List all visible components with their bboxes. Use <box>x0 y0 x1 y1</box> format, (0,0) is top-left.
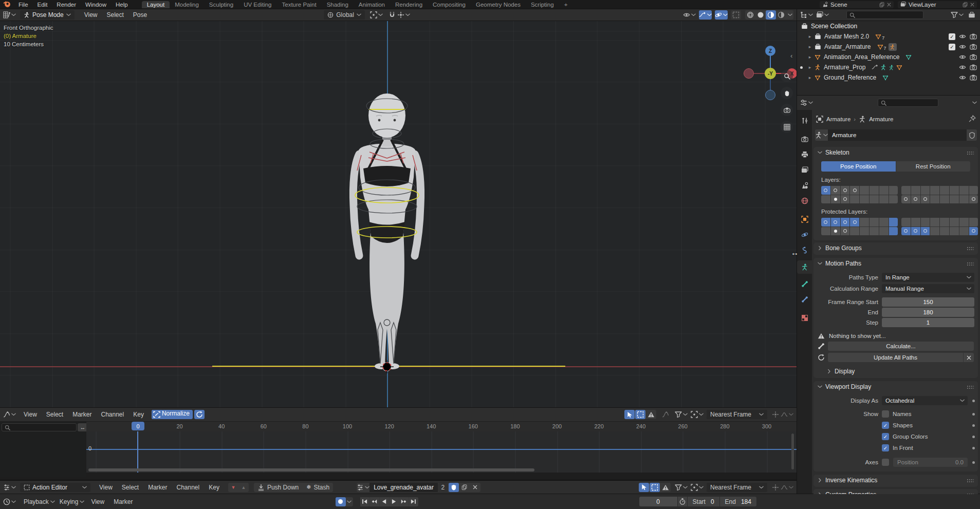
datablock-name-field[interactable]: Armature <box>828 129 967 141</box>
v-scrollbar[interactable] <box>791 433 794 469</box>
snap-dropdown[interactable]: Nearest Frame <box>707 410 767 419</box>
gizmo-yneg-ball[interactable]: -Y <box>765 68 776 79</box>
bone-layer-cell[interactable] <box>860 227 869 236</box>
bone-layer-cell[interactable] <box>821 195 830 204</box>
eye-icon[interactable] <box>959 64 966 71</box>
auto-keying-toggle[interactable] <box>336 497 346 506</box>
bone-layer-cell[interactable] <box>940 195 949 204</box>
only-selected-toggle[interactable] <box>624 410 635 419</box>
animate-dot[interactable] <box>972 461 975 464</box>
bone-layer-cell[interactable] <box>841 186 850 195</box>
bone-layer-cell[interactable] <box>930 195 939 204</box>
zoom-tool-button[interactable] <box>781 70 793 82</box>
bone-layer-cell[interactable] <box>889 227 898 236</box>
group-colors-checkbox[interactable]: ✓ <box>882 433 889 440</box>
paths-type-dropdown[interactable]: In Range <box>882 273 974 282</box>
animate-dot[interactable] <box>972 400 975 402</box>
menu-key[interactable]: Key <box>204 484 224 491</box>
bone-layer-cell[interactable] <box>831 186 840 195</box>
bone-layer-cell[interactable] <box>901 186 911 195</box>
transform-orientation-dropdown[interactable]: Global <box>324 10 365 20</box>
gizmos-toggle[interactable] <box>699 10 712 20</box>
only-selected-toggle[interactable] <box>639 483 649 492</box>
bone-layer-cell[interactable] <box>950 218 959 227</box>
bone-layer-cell[interactable] <box>841 227 850 236</box>
workspace-tab-geometry-nodes[interactable]: Geometry Nodes <box>471 1 526 8</box>
workspace-tab-animation[interactable]: Animation <box>354 1 390 8</box>
rest-position-button[interactable]: Rest Position <box>896 161 971 172</box>
outliner-row-avatar-mesh[interactable]: ▸ Avatar Mesh 2.0 7 ✓ <box>797 31 980 42</box>
expand-icon[interactable]: ▸ <box>807 44 812 49</box>
proportional-editing-toggle[interactable] <box>770 483 781 492</box>
show-hidden-toggle[interactable] <box>635 410 645 419</box>
axes-position-field[interactable]: Position 0.0 <box>893 458 968 467</box>
ghost-curves-button[interactable] <box>660 410 671 419</box>
bone-layer-cell[interactable] <box>950 186 959 195</box>
filter-dropdown[interactable] <box>675 410 688 419</box>
update-all-paths-button[interactable]: Update All Paths <box>828 353 963 362</box>
menu-select[interactable]: Select <box>42 411 68 418</box>
shapes-checkbox[interactable]: ✓ <box>882 422 889 429</box>
add-workspace-button[interactable]: + <box>559 1 573 8</box>
menu-select[interactable]: Select <box>117 484 143 491</box>
close-icon[interactable] <box>970 3 974 7</box>
sidebar-collapse-arrow[interactable]: ‹ <box>790 52 792 60</box>
falloff-dropdown[interactable] <box>781 483 793 492</box>
camera-visibility-icon[interactable] <box>970 53 977 61</box>
editor-type-button[interactable] <box>3 10 16 20</box>
axes-checkbox[interactable] <box>882 459 889 466</box>
action-icon-dropdown[interactable] <box>357 483 369 492</box>
workspace-tab-scripting[interactable]: Scripting <box>526 1 559 8</box>
tab-constraints[interactable] <box>797 243 812 257</box>
auto-keying-dropdown[interactable] <box>346 497 353 506</box>
panel-drag-dots[interactable] <box>967 479 974 482</box>
bone-layer-cell[interactable] <box>940 227 949 236</box>
play-button[interactable] <box>390 497 399 506</box>
tab-bone[interactable] <box>797 277 812 291</box>
menu-view[interactable]: View <box>80 11 102 18</box>
auto-normalize-refresh-button[interactable] <box>194 410 205 419</box>
filter-dropdown[interactable] <box>675 483 688 492</box>
outliner-row-avatar-armature[interactable]: ▸ Avatar_Armature 7 ✓ <box>797 42 980 52</box>
tab-object-data[interactable] <box>797 260 812 274</box>
pivot-dropdown[interactable] <box>691 410 704 419</box>
bone-layer-cell[interactable] <box>940 218 949 227</box>
only-errors-toggle[interactable] <box>646 410 656 419</box>
bone-layer-cell[interactable] <box>969 227 978 236</box>
bone-layer-cell[interactable] <box>921 186 930 195</box>
menu-marker[interactable]: Marker <box>143 484 172 491</box>
outliner-filter-id-dropdown[interactable] <box>816 10 829 20</box>
bone-layer-cell[interactable] <box>870 227 879 236</box>
panel-header-viewport-display[interactable]: Viewport Display <box>813 381 978 392</box>
outliner-row-ground-reference[interactable]: ▸ Ground_Reference <box>797 72 980 83</box>
graph-canvas[interactable]: 0 <box>86 431 797 473</box>
bone-layer-cell[interactable] <box>850 227 859 236</box>
eye-icon[interactable] <box>959 74 966 81</box>
exclude-checkbox[interactable]: ✓ <box>949 44 955 50</box>
breadcrumb-object[interactable]: Armature <box>826 116 850 122</box>
action-name-field[interactable]: Love_grenade_avatar <box>369 483 438 492</box>
normalize-icon-button[interactable] <box>152 410 162 419</box>
bone-layer-cell[interactable] <box>821 218 830 227</box>
bone-layer-cell[interactable] <box>879 195 889 204</box>
bone-layer-cell[interactable] <box>969 195 978 204</box>
tab-scene[interactable] <box>797 179 812 192</box>
workspace-tab-rendering[interactable]: Rendering <box>390 1 428 8</box>
camera-visibility-icon[interactable] <box>970 33 977 40</box>
editor-type-button[interactable] <box>3 410 16 419</box>
object-visibility-dropdown[interactable] <box>683 10 696 20</box>
pose-position-button[interactable]: Pose Position <box>821 161 896 172</box>
bone-layer-cell[interactable] <box>831 195 840 204</box>
menu-select[interactable]: Select <box>102 11 128 18</box>
blender-logo[interactable] <box>3 0 11 9</box>
menu-marker[interactable]: Marker <box>68 411 96 418</box>
bone-layer-cell[interactable] <box>841 195 850 204</box>
bone-layer-cell[interactable] <box>889 195 898 204</box>
ortho-toggle-button[interactable] <box>781 121 793 133</box>
exclude-checkbox[interactable]: ✓ <box>949 33 955 40</box>
push-down-button[interactable]: Push Down <box>254 483 302 492</box>
bone-layer-cell[interactable] <box>969 186 978 195</box>
current-frame-field[interactable]: 0 <box>639 497 677 506</box>
fake-user-button[interactable] <box>967 129 977 141</box>
start-frame-field[interactable]: Start0 <box>688 497 719 506</box>
